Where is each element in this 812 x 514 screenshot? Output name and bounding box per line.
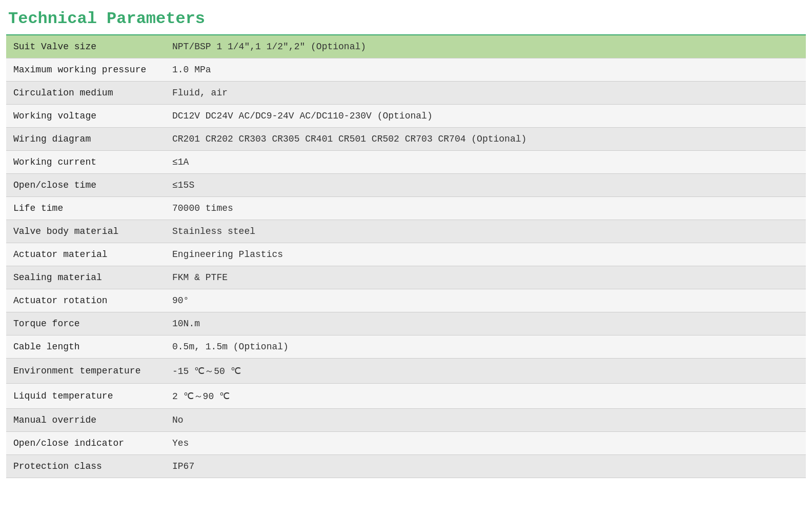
table-row: Wiring diagramCR201 CR202 CR303 CR305 CR… (6, 128, 806, 151)
param-value-sealing-material: FKM & PTFE (165, 266, 806, 289)
param-name-working-voltage: Working voltage (6, 105, 165, 128)
table-row: Manual overrideNo (6, 409, 806, 432)
param-name-suit-valve-size: Suit Valve size (6, 35, 165, 58)
param-name-open-close-time: Open/close time (6, 174, 165, 197)
table-row: Valve body materialStainless steel (6, 220, 806, 243)
param-name-valve-body-material: Valve body material (6, 220, 165, 243)
param-value-manual-override: No (165, 409, 806, 432)
param-value-torque-force: 10N.m (165, 312, 806, 335)
table-row: Circulation mediumFluid, air (6, 82, 806, 105)
param-value-life-time: 70000 times (165, 197, 806, 220)
param-name-working-current: Working current (6, 151, 165, 174)
table-row: Suit Valve sizeNPT/BSP 1 1/4″,1 1/2″,2″ … (6, 35, 806, 58)
param-name-open-close-indicator: Open/close indicator (6, 432, 165, 455)
table-row: Open/close indicatorYes (6, 432, 806, 455)
parameters-table: Suit Valve sizeNPT/BSP 1 1/4″,1 1/2″,2″ … (6, 35, 806, 478)
param-name-sealing-material: Sealing material (6, 266, 165, 289)
table-row: Environment temperature-15 ℃～50 ℃ (6, 359, 806, 384)
table-row: Open/close time≤15S (6, 174, 806, 197)
table-row: Sealing materialFKM & PTFE (6, 266, 806, 289)
param-value-working-voltage: DC12V DC24V AC/DC9-24V AC/DC110-230V (Op… (165, 105, 806, 128)
table-row: Torque force10N.m (6, 312, 806, 335)
param-value-open-close-time: ≤15S (165, 174, 806, 197)
param-name-protection-class: Protection class (6, 455, 165, 478)
table-row: Cable length0.5m, 1.5m (Optional) (6, 335, 806, 359)
param-name-manual-override: Manual override (6, 409, 165, 432)
param-name-max-working-pressure: Maximum working pressure (6, 58, 165, 82)
param-name-wiring-diagram: Wiring diagram (6, 128, 165, 151)
param-value-suit-valve-size: NPT/BSP 1 1/4″,1 1/2″,2″ (Optional) (165, 35, 806, 58)
table-row: Maximum working pressure1.0 MPa (6, 58, 806, 82)
table-row: Actuator rotation90° (6, 289, 806, 312)
param-value-open-close-indicator: Yes (165, 432, 806, 455)
param-value-wiring-diagram: CR201 CR202 CR303 CR305 CR401 CR501 CR50… (165, 128, 806, 151)
param-name-torque-force: Torque force (6, 312, 165, 335)
page-title: Technical Parameters (6, 5, 806, 35)
param-value-protection-class: IP67 (165, 455, 806, 478)
table-row: Working voltageDC12V DC24V AC/DC9-24V AC… (6, 105, 806, 128)
param-name-cable-length: Cable length (6, 335, 165, 359)
table-row: Liquid temperature2 ℃～90 ℃ (6, 384, 806, 409)
param-value-max-working-pressure: 1.0 MPa (165, 58, 806, 82)
table-row: Protection classIP67 (6, 455, 806, 478)
param-name-environment-temperature: Environment temperature (6, 359, 165, 384)
param-value-liquid-temperature: 2 ℃～90 ℃ (165, 384, 806, 409)
page-container: Technical Parameters Suit Valve sizeNPT/… (6, 5, 806, 478)
param-value-valve-body-material: Stainless steel (165, 220, 806, 243)
table-row: Life time70000 times (6, 197, 806, 220)
param-value-cable-length: 0.5m, 1.5m (Optional) (165, 335, 806, 359)
param-name-liquid-temperature: Liquid temperature (6, 384, 165, 409)
param-value-working-current: ≤1A (165, 151, 806, 174)
param-value-actuator-material: Engineering Plastics (165, 243, 806, 266)
param-value-actuator-rotation: 90° (165, 289, 806, 312)
param-value-circulation-medium: Fluid, air (165, 82, 806, 105)
param-name-actuator-material: Actuator material (6, 243, 165, 266)
table-row: Working current≤1A (6, 151, 806, 174)
param-name-life-time: Life time (6, 197, 165, 220)
param-name-actuator-rotation: Actuator rotation (6, 289, 165, 312)
param-value-environment-temperature: -15 ℃～50 ℃ (165, 359, 806, 384)
table-row: Actuator materialEngineering Plastics (6, 243, 806, 266)
param-name-circulation-medium: Circulation medium (6, 82, 165, 105)
